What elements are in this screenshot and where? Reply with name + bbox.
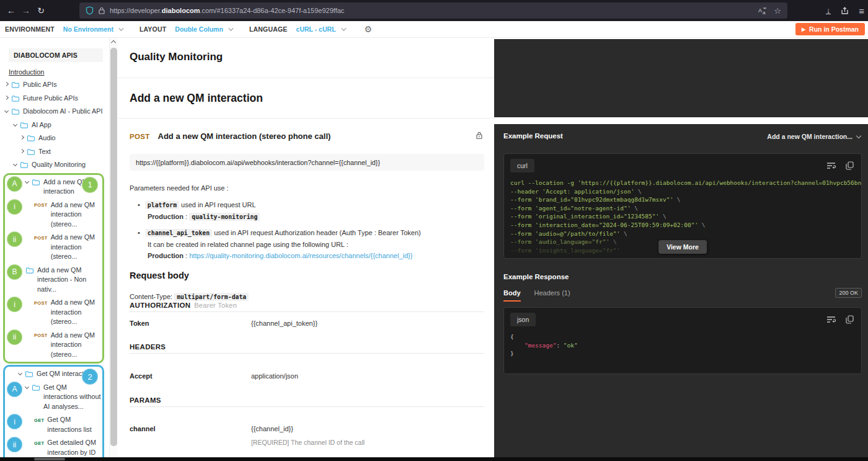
param-channel-value: {{channel_id}} — [251, 425, 293, 432]
page-title: Quality Monitoring — [130, 51, 223, 63]
sidebar-item[interactable]: iGETGet QM interactions list — [5, 413, 102, 436]
layout-select[interactable]: Double Column — [175, 25, 223, 33]
annotation-number-badge: 1 — [82, 177, 98, 193]
sidebar-item[interactable]: iPOSTAdd a new QM interaction (stereo... — [5, 199, 102, 231]
sidebar-item[interactable]: Diabolocom AI - Public API — [0, 105, 108, 119]
sidebar-item[interactable]: AI App — [0, 119, 108, 132]
sidebar-item[interactable]: Future Public APIs — [0, 92, 108, 105]
chevron-down-icon[interactable] — [14, 163, 20, 166]
channel-url-link[interactable]: https://quality-monitoring.diabolocom.ai… — [189, 252, 412, 259]
annotation-letter-badge: ii — [7, 437, 22, 452]
chevron-down-icon[interactable] — [14, 123, 20, 126]
chevron-up-icon[interactable] — [111, 40, 116, 45]
chevron-down-icon[interactable] — [228, 25, 233, 30]
reload-icon[interactable]: ↻ — [33, 6, 48, 16]
export-icon[interactable] — [841, 7, 849, 15]
sidebar-item[interactable]: iiPOSTAdd a new QM interaction (stereo..… — [5, 329, 102, 362]
annotation-letter-badge: i — [7, 414, 22, 429]
bookmark-star-icon[interactable]: ☆ — [774, 7, 781, 15]
sidebar-item[interactable]: Quality Monitoring — [0, 158, 108, 172]
view-more-button[interactable]: View More — [658, 240, 707, 254]
sidebar-scrollbar[interactable] — [109, 38, 117, 457]
layout-label: LAYOUT — [140, 25, 166, 33]
sidebar-item[interactable]: AGet QM interactions without AI analyses… — [5, 381, 102, 414]
wrap-text-icon[interactable] — [826, 162, 836, 169]
example-panel-empty — [494, 39, 868, 117]
chevron-right-icon[interactable] — [20, 150, 27, 153]
copy-icon[interactable] — [846, 315, 854, 324]
sidebar-item[interactable]: BAdd a new QM interaction - Non nativ... — [5, 264, 102, 297]
scrollbar-thumb[interactable] — [110, 48, 117, 446]
chevron-down-icon[interactable] — [341, 25, 346, 30]
method-badge: POST — [34, 333, 48, 338]
folder-icon — [32, 384, 41, 392]
url-bar[interactable]: https://developer.diabolocom.com/#16337a… — [79, 2, 787, 19]
chevron-down-icon[interactable] — [19, 372, 25, 375]
lock-icon[interactable] — [99, 7, 105, 14]
json-code[interactable]: { "message": "ok"} — [504, 328, 861, 363]
translate-icon[interactable]: Aa — [758, 7, 768, 15]
param-channel-desc: [REQUIRED] The channel ID of the call — [251, 439, 365, 446]
chevron-down-icon[interactable] — [25, 385, 32, 388]
chevron-down-icon[interactable] — [5, 109, 11, 112]
request-body-title: Request body — [130, 271, 189, 280]
url-text[interactable]: https://developer.diabolocom.com/#16337a… — [110, 7, 758, 14]
environment-select[interactable]: No Environment — [63, 25, 113, 33]
language-select[interactable]: cURL - cURL — [296, 25, 336, 33]
example-request-selector[interactable]: Add a new QM interaction... — [767, 133, 861, 140]
gear-icon[interactable]: ⚙ — [365, 24, 373, 34]
folder-icon — [20, 161, 29, 169]
chevron-down-icon[interactable] — [25, 180, 32, 183]
method-badge: POST — [34, 202, 48, 208]
horizontal-scrollbar[interactable] — [0, 457, 868, 461]
sidebar-item-label: Add a new QM interaction (stereo... — [51, 200, 101, 230]
example-response-title: Example Response — [503, 273, 569, 280]
section-title: Add a new QM interaction — [130, 92, 263, 105]
folder-icon — [11, 81, 20, 89]
divider — [118, 78, 494, 78]
inline-code: channel_api_token — [145, 229, 212, 237]
scrollbar-thumb[interactable] — [34, 458, 65, 460]
sidebar-item[interactable]: iiPOSTAdd a new QM interaction (stereo..… — [5, 231, 102, 264]
sidebar-item-introduction[interactable]: Introduction — [9, 68, 44, 76]
endpoint-url[interactable]: https://{{platform}}.diabolocom.ai/api/w… — [130, 154, 484, 171]
forward-icon[interactable]: → — [19, 6, 33, 16]
downloads-icon[interactable]: ↓ — [826, 7, 831, 14]
sidebar-item-label: Get QM interactions without AI analyses.… — [43, 383, 101, 412]
sidebar-item[interactable]: iiGETGet detailed QM interaction by ID — [5, 436, 102, 457]
sidebar-item[interactable]: iPOSTAdd a new QM interaction (stereo... — [5, 296, 102, 329]
play-icon: ▶ — [802, 27, 805, 32]
annotation-letter-badge: A — [7, 382, 22, 397]
sidebar-item-label: Get QM interactions list — [47, 415, 101, 434]
back-icon[interactable]: ← — [4, 6, 19, 16]
wrap-text-icon[interactable] — [826, 316, 836, 323]
tab-body[interactable]: Body — [503, 289, 521, 302]
sidebar-item[interactable]: Text — [0, 145, 108, 159]
copy-icon[interactable] — [846, 161, 854, 170]
sidebar-item[interactable]: Audio — [0, 132, 108, 145]
annotation-letter-badge: A — [7, 176, 22, 192]
annotation-group-green: 1AAdd a new QM interactioniPOSTAdd a new… — [3, 173, 104, 364]
sidebar-item-label: AI App — [32, 120, 51, 130]
sidebar-title: DIABOLOCOM APIS — [9, 48, 103, 62]
run-in-postman-button[interactable]: ▶Run in Postman — [795, 23, 865, 35]
code-line: } — [510, 349, 855, 358]
auth-lock-icon — [476, 131, 483, 140]
chevron-right-icon[interactable] — [20, 136, 27, 139]
code-line: --header 'Accept: application/json' \ — [510, 187, 855, 196]
chevron-right-icon[interactable] — [5, 96, 11, 99]
menu-icon[interactable]: ≡ — [859, 6, 864, 16]
auth-type: Bearer Token — [194, 302, 237, 309]
sidebar-item-label: Quality Monitoring — [32, 160, 86, 170]
doc-settings-toolbar: ENVIRONMENT No Environment LAYOUT Double… — [0, 21, 868, 38]
folder-icon — [20, 122, 29, 129]
accept-label: Accept — [130, 372, 153, 380]
shield-icon[interactable] — [86, 6, 94, 15]
example-panel: Example Request Add a new QM interaction… — [494, 124, 868, 457]
doc-main: Quality Monitoring Add a new QM interact… — [118, 38, 494, 457]
chevron-down-icon[interactable] — [118, 25, 123, 30]
sidebar-item[interactable]: Public APIs — [0, 78, 108, 92]
code-line: --form 'audio=@"/path/to/file"' \ — [510, 230, 855, 238]
chevron-right-icon[interactable] — [5, 83, 11, 86]
tab-headers[interactable]: Headers (1) — [534, 289, 570, 302]
